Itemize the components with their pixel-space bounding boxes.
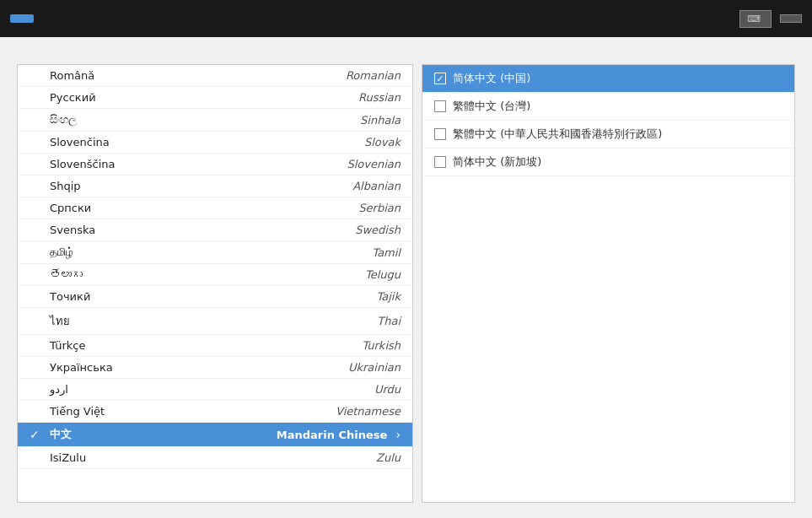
help-button[interactable]: [780, 14, 802, 23]
language-native-name: Slovenščina: [50, 158, 116, 170]
language-native-name: Точикӣ: [50, 290, 90, 303]
language-row[interactable]: ✓中文Mandarin Chinese›: [18, 423, 412, 447]
language-english-name: Russian: [358, 91, 401, 104]
language-english-name: Slovak: [364, 136, 401, 148]
variant-row[interactable]: 繁體中文 (台灣): [422, 93, 794, 121]
language-native-name: اردو: [50, 383, 68, 396]
language-english-name: Urdu: [374, 383, 401, 396]
language-native-name: Shqip: [50, 180, 81, 192]
done-button[interactable]: [10, 14, 34, 23]
language-english-name: Slovenian: [347, 158, 401, 170]
language-native-name: Українська: [50, 361, 113, 374]
language-native-name: தமிழ்: [50, 246, 73, 259]
language-check-icon: ✓: [30, 428, 41, 441]
language-native-name: తెలుగు: [50, 268, 83, 281]
variant-checkbox: ✓: [434, 73, 446, 84]
language-native-name: Svenska: [50, 224, 95, 236]
app-window: ⌨ RomânăRomanianРусскийRussianසිංහලSinha…: [0, 0, 812, 518]
language-row[interactable]: ТочикӣTajik: [18, 286, 412, 308]
language-row[interactable]: SlovenčinaSlovak: [18, 132, 412, 154]
language-native-name: ไทย: [50, 312, 70, 330]
language-english-name: Vietnamese: [336, 405, 401, 418]
language-english-name: Albanian: [352, 180, 401, 192]
language-row[interactable]: SlovenščinaSlovenian: [18, 154, 412, 175]
language-row[interactable]: RomânăRomanian: [18, 65, 412, 87]
language-row[interactable]: اردوUrdu: [18, 379, 412, 401]
language-row[interactable]: SvenskaSwedish: [18, 219, 412, 241]
header-right: ⌨: [731, 10, 802, 28]
variant-list[interactable]: ✓简体中文 (中国)繁體中文 (台灣)繁體中文 (中華人民共和國香港特別行政區)…: [422, 64, 795, 503]
language-native-name: Türkçe: [50, 339, 85, 352]
language-native-name: Română: [50, 69, 94, 82]
language-english-name: Serbian: [358, 202, 401, 214]
panels: RomânăRomanianРусскийRussianසිංහලSinhala…: [17, 64, 795, 503]
language-row[interactable]: සිංහලSinhala: [18, 109, 412, 132]
variant-label: 繁體中文 (中華人民共和國香港特別行政區): [453, 127, 662, 142]
language-english-name: Mandarin Chinese: [277, 429, 388, 441]
language-english-name: Tamil: [372, 246, 401, 259]
language-row[interactable]: తెలుగుTelugu: [18, 264, 412, 286]
language-row[interactable]: УкраїнськаUkrainian: [18, 357, 412, 379]
keyboard-icon: ⌨: [747, 13, 761, 24]
variant-row[interactable]: ✓简体中文 (中国): [422, 65, 794, 93]
language-english-name: Tajik: [376, 290, 401, 303]
variant-label: 简体中文 (新加坡): [453, 154, 541, 170]
language-list[interactable]: RomânăRomanianРусскийRussianසිංහලSinhala…: [17, 64, 413, 503]
language-row[interactable]: ShqipAlbanian: [18, 175, 412, 197]
variant-checkbox: [434, 128, 446, 140]
language-native-name: Slovenčina: [50, 136, 110, 148]
language-native-name: සිංහල: [50, 113, 77, 127]
variant-checkbox: [434, 100, 446, 112]
main-content: RomânăRomanianРусскийRussianසිංහලSinhala…: [0, 37, 812, 518]
language-native-name: 中文: [50, 427, 72, 442]
variant-label: 繁體中文 (台灣): [453, 99, 530, 114]
language-arrow-icon: ›: [395, 428, 401, 441]
language-row[interactable]: தமிழ்Tamil: [18, 241, 412, 264]
variant-row[interactable]: 简体中文 (新加坡): [422, 148, 794, 176]
language-native-name: Русский: [50, 91, 96, 104]
language-native-name: Српски: [50, 202, 91, 214]
keyboard-indicator[interactable]: ⌨: [739, 10, 772, 28]
language-english-name: Swedish: [355, 224, 401, 236]
language-english-name: Ukrainian: [348, 361, 401, 374]
variant-row[interactable]: 繁體中文 (中華人民共和國香港特別行政區): [422, 121, 794, 148]
language-native-name: IsiZulu: [50, 451, 86, 464]
language-row[interactable]: Tiếng ViệtVietnamese: [18, 401, 412, 423]
language-english-name: Telugu: [365, 268, 401, 281]
header-left: [10, 14, 44, 23]
language-row[interactable]: TürkçeTurkish: [18, 335, 412, 357]
language-native-name: Tiếng Việt: [50, 405, 105, 418]
language-english-name: Turkish: [362, 339, 401, 352]
variant-checkbox: [434, 156, 446, 168]
language-row[interactable]: ไทยThai: [18, 308, 412, 335]
language-row[interactable]: РусскийRussian: [18, 87, 412, 109]
language-english-name: Sinhala: [360, 114, 401, 127]
language-english-name: Thai: [377, 315, 401, 327]
language-row[interactable]: СрпскиSerbian: [18, 197, 412, 219]
language-row[interactable]: IsiZuluZulu: [18, 447, 412, 469]
header: ⌨: [0, 0, 812, 37]
language-english-name: Zulu: [376, 451, 401, 464]
language-english-name: Romanian: [346, 69, 401, 82]
variant-label: 简体中文 (中国): [453, 71, 530, 86]
